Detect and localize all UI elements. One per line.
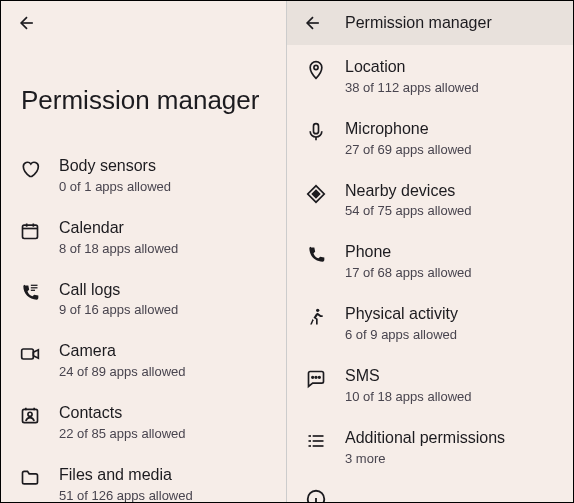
perm-text: Call logs 9 of 16 apps allowed	[59, 280, 178, 318]
perm-sub: 38 of 112 apps allowed	[345, 80, 479, 95]
back-button[interactable]	[15, 11, 39, 35]
list-icon	[305, 430, 327, 452]
svg-rect-4	[22, 349, 34, 359]
perm-item-calendar[interactable]: Calendar 8 of 18 apps allowed	[7, 206, 280, 268]
svg-point-11	[316, 309, 319, 312]
perm-sub: 0 of 1 apps allowed	[59, 179, 171, 194]
svg-point-6	[28, 412, 32, 416]
perm-title: Location	[345, 57, 479, 78]
back-button[interactable]	[301, 11, 325, 35]
location-icon	[305, 59, 327, 81]
svg-rect-1	[31, 284, 38, 285]
perm-sub: 24 of 89 apps allowed	[59, 364, 185, 379]
perm-text: Nearby devices 54 of 75 apps allowed	[345, 181, 471, 219]
svg-point-7	[314, 65, 318, 69]
calendar-icon	[19, 220, 41, 242]
svg-rect-2	[31, 287, 38, 288]
perm-title: Body sensors	[59, 156, 171, 177]
microphone-icon	[305, 121, 327, 143]
perm-sub: 3 more	[345, 451, 505, 466]
topbar-title: Permission manager	[345, 14, 492, 32]
perm-sub: 17 of 68 apps allowed	[345, 265, 471, 280]
perm-item-contacts[interactable]: Contacts 22 of 85 apps allowed	[7, 391, 280, 453]
perm-sub: 51 of 126 apps allowed	[59, 488, 193, 502]
perm-title: Calendar	[59, 218, 178, 239]
perm-title: Contacts	[59, 403, 185, 424]
perm-item-camera[interactable]: Camera 24 of 89 apps allowed	[7, 329, 280, 391]
info-button[interactable]	[305, 488, 327, 502]
perm-text: Contacts 22 of 85 apps allowed	[59, 403, 185, 441]
svg-rect-16	[313, 435, 324, 437]
svg-rect-15	[309, 435, 312, 437]
perm-title: Nearby devices	[345, 181, 471, 202]
perm-text: Camera 24 of 89 apps allowed	[59, 341, 185, 379]
svg-rect-20	[313, 445, 324, 447]
perm-text: SMS 10 of 18 apps allowed	[345, 366, 471, 404]
permission-list-right: Location 38 of 112 apps allowed Micropho…	[287, 45, 573, 478]
activity-icon	[305, 306, 327, 328]
phone-icon	[305, 244, 327, 266]
perm-text: Calendar 8 of 18 apps allowed	[59, 218, 178, 256]
svg-point-13	[315, 376, 317, 378]
perm-title: Files and media	[59, 465, 193, 486]
panel-left: Permission manager Body sensors 0 of 1 a…	[1, 1, 287, 502]
perm-text: Phone 17 of 68 apps allowed	[345, 242, 471, 280]
arrow-back-icon	[17, 13, 37, 33]
perm-text: Additional permissions 3 more	[345, 428, 505, 466]
perm-sub: 9 of 16 apps allowed	[59, 302, 178, 317]
call-log-icon	[19, 282, 41, 304]
info-footer	[287, 478, 573, 502]
perm-title: SMS	[345, 366, 471, 387]
svg-rect-17	[309, 440, 312, 442]
perm-text: Body sensors 0 of 1 apps allowed	[59, 156, 171, 194]
svg-rect-18	[313, 440, 324, 442]
svg-rect-19	[309, 445, 312, 447]
panel-right: Permission manager Location 38 of 112 ap…	[287, 1, 573, 502]
svg-rect-3	[31, 289, 35, 290]
svg-rect-8	[314, 123, 319, 133]
perm-item-call-logs[interactable]: Call logs 9 of 16 apps allowed	[7, 268, 280, 330]
page-title: Permission manager	[1, 45, 286, 144]
perm-title: Physical activity	[345, 304, 458, 325]
perm-item-microphone[interactable]: Microphone 27 of 69 apps allowed	[293, 107, 567, 169]
perm-title: Microphone	[345, 119, 471, 140]
perm-item-files[interactable]: Files and media 51 of 126 apps allowed	[7, 453, 280, 502]
folder-icon	[19, 467, 41, 489]
perm-text: Physical activity 6 of 9 apps allowed	[345, 304, 458, 342]
arrow-back-icon	[303, 13, 323, 33]
perm-title: Phone	[345, 242, 471, 263]
nearby-icon	[305, 183, 327, 205]
perm-item-sms[interactable]: SMS 10 of 18 apps allowed	[293, 354, 567, 416]
sms-icon	[305, 368, 327, 390]
perm-item-activity[interactable]: Physical activity 6 of 9 apps allowed	[293, 292, 567, 354]
info-icon	[305, 488, 327, 502]
perm-item-nearby[interactable]: Nearby devices 54 of 75 apps allowed	[293, 169, 567, 231]
perm-sub: 6 of 9 apps allowed	[345, 327, 458, 342]
perm-title: Additional permissions	[345, 428, 505, 449]
perm-text: Microphone 27 of 69 apps allowed	[345, 119, 471, 157]
camera-icon	[19, 343, 41, 365]
perm-sub: 22 of 85 apps allowed	[59, 426, 185, 441]
perm-item-phone[interactable]: Phone 17 of 68 apps allowed	[293, 230, 567, 292]
contacts-icon	[19, 405, 41, 427]
perm-sub: 27 of 69 apps allowed	[345, 142, 471, 157]
svg-point-12	[312, 376, 314, 378]
perm-item-body-sensors[interactable]: Body sensors 0 of 1 apps allowed	[7, 144, 280, 206]
perm-sub: 54 of 75 apps allowed	[345, 203, 471, 218]
perm-sub: 10 of 18 apps allowed	[345, 389, 471, 404]
heart-icon	[19, 158, 41, 180]
perm-item-additional[interactable]: Additional permissions 3 more	[293, 416, 567, 478]
perm-title: Camera	[59, 341, 185, 362]
perm-text: Files and media 51 of 126 apps allowed	[59, 465, 193, 502]
perm-sub: 8 of 18 apps allowed	[59, 241, 178, 256]
topbar-left	[1, 1, 286, 45]
topbar-right: Permission manager	[287, 1, 573, 45]
svg-point-14	[319, 376, 321, 378]
perm-item-location[interactable]: Location 38 of 112 apps allowed	[293, 45, 567, 107]
svg-rect-10	[312, 190, 319, 197]
svg-rect-0	[23, 225, 38, 238]
perm-title: Call logs	[59, 280, 178, 301]
permission-list-left: Body sensors 0 of 1 apps allowed Calenda…	[1, 144, 286, 502]
perm-text: Location 38 of 112 apps allowed	[345, 57, 479, 95]
